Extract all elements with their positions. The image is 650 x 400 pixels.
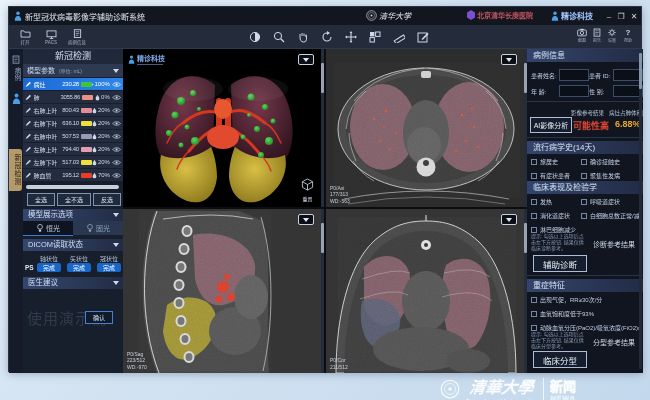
open-button[interactable]: 打开 <box>13 26 37 48</box>
pacs-button[interactable]: PACS <box>39 26 63 48</box>
light-tab-fixed[interactable]: 固光 <box>73 221 123 235</box>
viewport-coronal-menu-button[interactable] <box>501 214 517 225</box>
screenshot-button[interactable]: 截图 <box>575 28 589 43</box>
checkbox-wbc[interactable]: 白细胞总数正常/减少 <box>581 211 639 220</box>
checkbox <box>531 213 537 219</box>
move-icon[interactable] <box>345 31 357 43</box>
patient-name-label: 患者姓名: <box>531 71 557 80</box>
model-params-header[interactable]: 模型参数 (单位: mL) <box>23 64 123 77</box>
eye-icon[interactable] <box>112 94 121 101</box>
pen-icon <box>25 172 31 179</box>
checkbox-respiratory[interactable]: 呼吸道症状 <box>581 197 639 206</box>
eye-icon[interactable] <box>112 120 121 127</box>
color-swatch[interactable] <box>81 147 92 152</box>
rail-person-icon[interactable] <box>12 93 21 104</box>
scroll-thumb[interactable] <box>639 53 642 89</box>
color-swatch[interactable] <box>81 121 92 126</box>
layer-row-lung[interactable]: 肺3055.86 0% <box>23 91 123 103</box>
checkbox-travel[interactable]: 旅居史 <box>531 157 581 166</box>
zoom-icon[interactable] <box>273 31 285 43</box>
color-swatch[interactable] <box>81 134 92 139</box>
report-button[interactable]: 报告 <box>590 28 604 43</box>
viewport-sagittal-scrollbar[interactable] <box>321 209 324 373</box>
color-swatch[interactable] <box>82 95 93 100</box>
eye-icon[interactable] <box>112 133 121 140</box>
right-panel-scrollbar[interactable] <box>639 51 642 369</box>
help-button[interactable]: ? 帮助 <box>621 28 635 43</box>
viewport-axial-menu-button[interactable] <box>501 54 517 65</box>
viewport-sagittal-menu-button[interactable] <box>298 214 314 225</box>
invert-select-button[interactable]: 反选 <box>93 193 121 206</box>
eye-icon[interactable] <box>112 81 121 88</box>
display-options-header[interactable]: 模型展示选项 <box>23 209 123 221</box>
color-swatch[interactable] <box>81 160 92 165</box>
checkbox-fever[interactable]: 发热 <box>531 197 581 206</box>
age-label: 年 龄: <box>531 87 546 96</box>
age-input[interactable] <box>559 85 589 97</box>
viewport-3d[interactable]: 精诊科技 重置 <box>123 49 324 207</box>
rail-tab-covid-detection[interactable]: 新冠检测 <box>9 149 22 191</box>
eye-icon[interactable] <box>112 146 121 153</box>
reset-view-button[interactable]: 重置 <box>301 177 314 202</box>
checkbox-cluster[interactable]: 聚集性发病 <box>581 171 639 180</box>
pan-icon[interactable] <box>297 31 309 43</box>
case-info-button[interactable]: 病例信息 <box>65 26 89 48</box>
layer-row-lul[interactable]: 左肺上叶794.40 20% <box>23 143 123 155</box>
checkbox-shortness-breath[interactable]: 出现气促，RR≥30次/分 <box>531 295 641 304</box>
case-tab-icon[interactable] <box>11 55 21 64</box>
ratio-value: 6.88% <box>615 119 641 129</box>
minimize-button[interactable]: – <box>603 9 615 23</box>
layer-row-rml[interactable]: 右肺中叶507.53 20% <box>23 130 123 142</box>
dicom-column-headers: 轴状位 矢状位 冠状位 <box>35 254 123 263</box>
hospital-shield-icon <box>467 10 475 20</box>
eye-icon[interactable] <box>112 159 121 166</box>
clinical-checklist: 发热 呼吸道症状 消化道症状 白细胞总数正常/减少 淋巴细胞减少 <box>531 197 639 234</box>
light-tab-constant[interactable]: 恒光 <box>23 221 73 236</box>
layout-icon[interactable] <box>369 31 381 43</box>
pen-icon <box>25 81 31 88</box>
patient-name-input[interactable] <box>559 69 589 81</box>
viewport-coronal[interactable]: P0/Cor211/512 <box>326 209 527 373</box>
eye-icon[interactable] <box>112 172 121 179</box>
layer-row-rll[interactable]: 右肺下叶636.10 20% <box>23 117 123 129</box>
maximize-button[interactable]: ❐ <box>615 9 627 23</box>
measure-icon[interactable] <box>393 31 405 43</box>
checkbox <box>531 159 537 165</box>
ai-analysis-button[interactable]: AI影像分析 <box>530 117 572 133</box>
checkbox-symptomatic[interactable]: 有症状患者 <box>531 171 581 180</box>
checkbox-spo2[interactable]: 血氧饱和度低于93% <box>531 309 641 318</box>
doctor-advice-header[interactable]: 医生建议 <box>23 277 123 289</box>
chevron-down-icon <box>303 58 309 62</box>
layer-list-scrollbar[interactable] <box>26 185 119 189</box>
checkbox-digestive[interactable]: 消化道症状 <box>531 211 581 220</box>
rotate-icon[interactable] <box>321 31 333 43</box>
layer-row-vessels[interactable]: 肺血管195.12 70% <box>23 169 123 181</box>
aux-diagnosis-button[interactable]: 辅助诊断 <box>533 255 587 272</box>
checkbox-contact[interactable]: 确诊接触史 <box>581 157 639 166</box>
viewport-3d-scrollbar[interactable] <box>321 49 324 207</box>
settings-button[interactable]: 设置 <box>605 28 619 43</box>
scroll-thumb[interactable] <box>321 223 324 253</box>
dicom-status-header[interactable]: DICOM读取状态 <box>23 239 123 251</box>
layer-row-lll[interactable]: 左肺下叶517.03 20% <box>23 156 123 168</box>
scroll-thumb[interactable] <box>321 63 324 93</box>
layer-row-rul[interactable]: 右肺上叶800.43 20% <box>23 104 123 116</box>
viewport-sagittal[interactable]: P0/Sag223/512WD:-970 <box>123 209 324 373</box>
select-all-button[interactable]: 全选 <box>27 193 55 206</box>
confirm-button[interactable]: 确认 <box>85 311 113 324</box>
color-swatch[interactable] <box>81 108 92 113</box>
edit-icon[interactable] <box>417 31 429 43</box>
eye-icon[interactable] <box>112 107 121 114</box>
contrast-icon[interactable] <box>249 31 261 43</box>
color-swatch[interactable] <box>81 82 92 87</box>
color-swatch[interactable] <box>81 173 92 178</box>
typing-ref-label: 分型参考结果 <box>593 337 635 347</box>
clinical-typing-button[interactable]: 临床分型 <box>533 351 587 368</box>
close-button[interactable]: ✕ <box>628 9 640 23</box>
layer-row-lesion[interactable]: 病灶230.28 100% <box>23 78 123 90</box>
viewport-3d-menu-button[interactable] <box>298 54 314 65</box>
viewport-axial[interactable]: P0/Axi177/313WD:-563 <box>326 49 527 207</box>
case-tab-label[interactable]: 病例 <box>12 67 22 82</box>
app-window: 新型冠状病毒影像学辅助诊断系统 清华大学 北京清华长庚医院 精诊科技 – ❐ ✕… <box>8 6 642 372</box>
select-none-button[interactable]: 全不选 <box>57 193 91 206</box>
